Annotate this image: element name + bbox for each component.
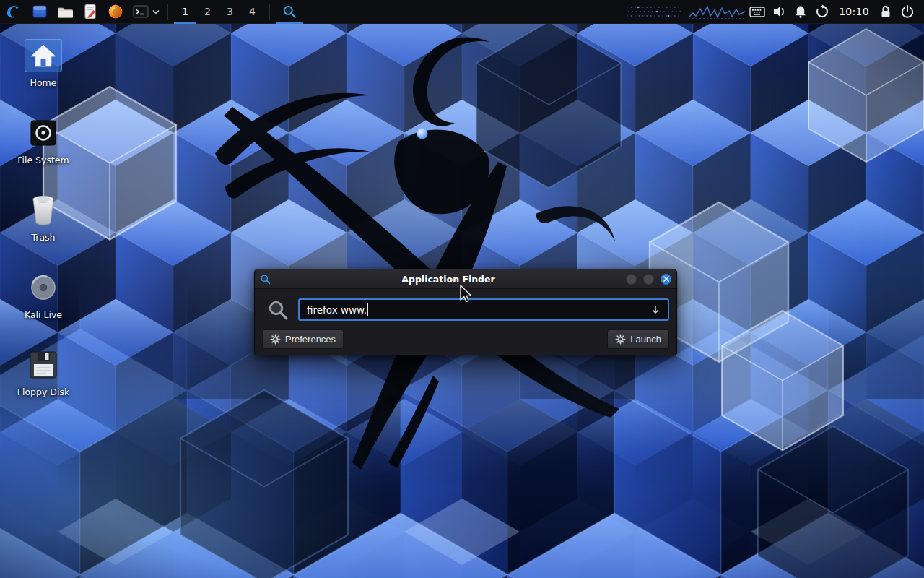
taskbar-appfinder-window[interactable] <box>276 0 303 24</box>
appfinder-icon <box>282 4 297 19</box>
application-finder-window: Application Finder firefox www. <box>254 269 677 355</box>
desktop-icon-label: Home <box>9 77 78 88</box>
workspace-3[interactable]: 3 <box>219 0 241 24</box>
panel-separator <box>167 4 168 20</box>
search-icon <box>267 299 289 321</box>
home-icon <box>25 39 62 72</box>
kali-menu-button[interactable] <box>0 0 27 24</box>
close-button[interactable] <box>661 274 671 285</box>
terminal-icon[interactable] <box>131 0 150 24</box>
desktop-icon-label: File System <box>9 155 78 165</box>
panel-graph-monitor <box>689 3 746 20</box>
system-tray <box>746 0 833 24</box>
panel-launchers <box>30 0 150 24</box>
combo-dropdown-arrow-icon[interactable] <box>650 305 661 315</box>
disc-icon <box>25 271 62 304</box>
preferences-button[interactable]: Preferences <box>262 329 344 349</box>
text-caret <box>367 303 368 316</box>
top-panel: 1 2 3 4 <box>0 0 924 24</box>
file-manager-icon[interactable] <box>30 0 49 24</box>
lock-icon[interactable] <box>875 0 897 24</box>
session-tray <box>875 0 918 24</box>
desktop-icon-label: Kali Live <box>9 309 78 320</box>
desktop-icon-home[interactable]: Home <box>9 39 78 88</box>
desktop-icon-label: Trash <box>9 232 78 243</box>
text-editor-icon[interactable] <box>81 0 100 24</box>
search-input[interactable]: firefox www. <box>298 298 669 321</box>
panel-clock[interactable]: 10:10 <box>833 6 875 17</box>
maximize-button[interactable] <box>643 274 654 285</box>
floppy-icon <box>25 348 62 381</box>
volume-icon[interactable] <box>768 0 790 24</box>
keyboard-layout-icon[interactable] <box>746 0 768 24</box>
desktop-icon-filesystem[interactable]: File System <box>9 116 78 165</box>
close-icon <box>663 276 669 282</box>
window-controls <box>626 274 671 285</box>
filesystem-icon <box>25 116 62 150</box>
firefox-icon[interactable] <box>106 0 125 24</box>
gear-icon <box>270 334 281 345</box>
workspace-4[interactable]: 4 <box>241 0 263 24</box>
appfinder-window-icon <box>260 274 271 285</box>
launch-button-label: Launch <box>630 334 661 345</box>
power-icon[interactable] <box>897 0 918 24</box>
minimize-button[interactable] <box>626 274 637 285</box>
panel-monitors <box>625 3 746 20</box>
panel-dot-monitor <box>625 3 683 20</box>
launch-icon <box>615 334 626 345</box>
search-input-value: firefox www. <box>307 304 367 316</box>
dialog-title: Application Finder <box>275 274 622 285</box>
desktop-icon-floppy[interactable]: Floppy Disk <box>9 348 78 397</box>
kali-logo-icon <box>4 2 23 21</box>
workspace-1[interactable]: 1 <box>174 0 196 24</box>
desktop-icon-label: Floppy Disk <box>9 387 78 397</box>
terminal-menu-chevron-icon[interactable] <box>150 0 162 24</box>
workspace-switcher: 1 2 3 4 <box>174 0 263 24</box>
dialog-titlebar[interactable]: Application Finder <box>255 269 676 289</box>
update-status-icon[interactable] <box>811 0 833 24</box>
workspace-2[interactable]: 2 <box>196 0 219 24</box>
desktop-icon-trash[interactable]: Trash <box>9 194 78 243</box>
launch-button[interactable]: Launch <box>607 329 669 349</box>
trash-icon <box>25 194 62 227</box>
preferences-button-label: Preferences <box>285 334 336 345</box>
folder-icon[interactable] <box>56 0 74 24</box>
desktop-icon-kali-live[interactable]: Kali Live <box>9 271 78 320</box>
panel-separator <box>269 4 270 20</box>
notifications-bell-icon[interactable] <box>790 0 811 24</box>
